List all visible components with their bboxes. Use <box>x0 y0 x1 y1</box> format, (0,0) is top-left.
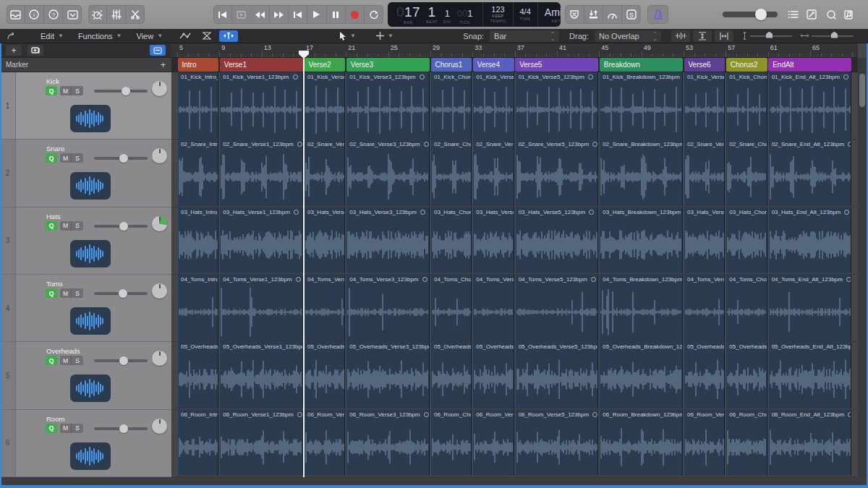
track-header-toms[interactable]: 4TomsQMS <box>0 275 171 342</box>
audio-region[interactable]: 06_Room_Verse3_123bpm <box>346 410 430 476</box>
cycle-icon[interactable] <box>365 5 383 24</box>
marker-breakdown[interactable]: Breakdown <box>600 58 683 72</box>
track-header-config-button[interactable] <box>150 45 166 56</box>
mute-button[interactable]: M <box>60 86 72 95</box>
audio-region[interactable]: 06_Room_Verse4_123bpm <box>472 410 514 476</box>
secondary-tool-menu[interactable]: ▼ <box>376 32 393 40</box>
audio-region[interactable]: 01_Kick_Intro_123bpm <box>177 72 218 139</box>
toolbar-icon[interactable] <box>63 5 82 24</box>
solo-icon[interactable]: S <box>622 5 641 24</box>
audio-region[interactable]: 06_Room_Verse1_123bpm <box>219 410 303 476</box>
track-header-room[interactable]: 6RoomQMS <box>0 410 171 477</box>
audio-region[interactable]: 04_Toms_Chorus1_123bpm <box>430 275 472 341</box>
marker-verse2[interactable]: Verse2 <box>305 58 346 72</box>
mute-button[interactable]: M <box>60 356 72 365</box>
playhead[interactable] <box>303 58 305 477</box>
audio-region[interactable]: 05_Overheads_Breakdown_123bpm <box>599 342 683 408</box>
marker-verse1[interactable]: Verse1 <box>220 58 303 72</box>
pointer-back-icon[interactable] <box>1 30 20 42</box>
track-name[interactable]: Kick <box>46 77 59 85</box>
solo-button[interactable]: S <box>72 288 83 298</box>
audio-region[interactable]: 03_Hats_Chorus1_123bpm <box>430 207 472 274</box>
audio-region[interactable]: 04_Toms_Verse6_123bpm <box>684 275 725 341</box>
track-volume-knob[interactable] <box>119 356 128 365</box>
audio-region[interactable]: 03_Hats_Verse5_123bpm <box>515 207 599 274</box>
audio-region[interactable]: 04_Toms_Verse4_123bpm <box>472 275 514 341</box>
bar-ruler[interactable]: 591317212529333741454953576165 <box>171 43 858 58</box>
audio-region[interactable]: 03_Hats_Verse6_123bpm <box>684 207 725 274</box>
quantize-button[interactable]: Q <box>46 86 57 95</box>
marker-verse5[interactable]: Verse5 <box>515 58 598 72</box>
note-pads-icon[interactable] <box>802 5 821 24</box>
audio-region[interactable]: 04_Toms_Verse3_123bpm <box>346 275 430 341</box>
mute-button[interactable]: M <box>60 288 72 298</box>
fast-forward-button[interactable] <box>270 5 289 24</box>
quantize-button[interactable]: Q <box>46 424 57 433</box>
autopunch-icon[interactable] <box>565 5 584 24</box>
audio-region[interactable]: 04_Toms_Verse5_123bpm <box>515 275 599 341</box>
audio-region[interactable]: 04_Toms_Verse2_123bpm <box>304 275 345 341</box>
track-volume-slider[interactable] <box>94 225 148 228</box>
track-header-overheads[interactable]: 5OverheadsQMS <box>0 342 171 409</box>
quantize-button[interactable]: Q <box>46 288 57 298</box>
audio-region[interactable]: 02_Snare_Verse3_123bpm <box>346 140 430 206</box>
audio-region[interactable]: 05_Overheads_Chorus2_123bpm <box>726 342 767 408</box>
audio-region[interactable]: 02_Snare_Intro_123bpm <box>177 140 218 206</box>
punch-icon[interactable] <box>584 5 603 24</box>
audio-region[interactable]: 06_Room_Chorus2_123bpm <box>726 410 767 476</box>
track-header-hats[interactable]: 3HatsQMS <box>0 207 171 275</box>
track-volume-slider[interactable] <box>94 359 148 362</box>
audio-region[interactable]: 02_Snare_Verse5_123bpm <box>515 140 599 206</box>
solo-button[interactable]: S <box>72 86 83 95</box>
audio-region[interactable]: 06_Room_Verse5_123bpm <box>515 410 599 476</box>
audio-region[interactable]: 01_Kick_Verse5_123bpm <box>515 72 599 139</box>
tuner-icon[interactable] <box>603 5 622 24</box>
drag-dropdown[interactable]: No Overlap ⌃⌄ <box>595 30 661 42</box>
vertical-auto-zoom-icon[interactable] <box>693 30 712 42</box>
apple-loops-icon[interactable] <box>822 5 841 24</box>
mute-button[interactable]: M <box>60 221 72 231</box>
audio-region[interactable]: 03_Hats_End_Alt_123bpm <box>768 207 852 274</box>
audio-region[interactable]: 02_Snare_Verse2_123bpm <box>304 140 345 206</box>
mute-button[interactable]: M <box>60 424 72 433</box>
metronome-icon[interactable] <box>647 5 669 24</box>
master-volume-slider[interactable] <box>723 12 778 17</box>
audio-region[interactable]: 05_Overheads_Intro_123bpm <box>177 342 218 408</box>
solo-button[interactable]: S <box>72 153 83 163</box>
pan-knob[interactable] <box>152 216 167 231</box>
horizontal-zoom-thumb[interactable] <box>831 32 838 38</box>
play-button[interactable] <box>307 5 326 24</box>
audio-region[interactable]: 01_Kick_Chorus1_123bpm <box>430 72 472 139</box>
audio-region[interactable]: 03_Hats_Breakdown_123bpm <box>599 207 683 274</box>
audio-region[interactable]: 03_Hats_Intro_123bpm <box>177 207 218 274</box>
audio-region[interactable]: 04_Toms_Intro_123bpm <box>177 275 218 341</box>
audio-region[interactable]: 02_Snare_Chorus2_123bpm <box>726 140 767 206</box>
audio-region[interactable]: 03_Hats_Verse4_123bpm <box>472 207 514 274</box>
pan-knob[interactable] <box>152 81 167 96</box>
audio-region[interactable]: 05_Overheads_Verse1_123bpm <box>219 342 303 408</box>
track-volume-slider[interactable] <box>94 292 148 295</box>
audio-region[interactable]: 04_Toms_Breakdown_123bpm <box>599 275 683 341</box>
audio-region[interactable]: 01_Kick_Verse3_123bpm <box>346 72 430 139</box>
mixer-icon[interactable] <box>107 5 126 24</box>
audio-region[interactable]: 02_Snare_Breakdown_123bpm <box>599 140 683 206</box>
editors-icon[interactable] <box>126 5 145 24</box>
track-volume-knob[interactable] <box>119 289 127 298</box>
audio-region[interactable]: 02_Snare_End_Alt_123bpm <box>768 140 852 206</box>
pan-knob[interactable] <box>152 351 167 366</box>
audio-region[interactable]: 01_Kick_Verse4_123bpm <box>472 72 514 139</box>
track-name[interactable]: Snare <box>46 145 64 153</box>
audio-region[interactable]: 04_Toms_End_Alt_123bpm <box>768 275 852 341</box>
audio-region[interactable]: 05_Overheads_End_Alt_123bpm <box>768 342 852 408</box>
vertical-zoom-slider[interactable] <box>750 35 792 37</box>
scrollbar-thumb[interactable] <box>859 74 865 107</box>
solo-button[interactable]: S <box>72 424 83 433</box>
audio-region[interactable]: 05_Overheads_Chorus1_123bpm <box>430 342 472 408</box>
track-volume-knob[interactable] <box>122 87 130 95</box>
vertical-scrollbar[interactable] <box>858 58 867 486</box>
track-volume-slider[interactable] <box>94 90 148 93</box>
solo-button[interactable]: S <box>72 221 83 231</box>
record-button[interactable] <box>346 5 365 24</box>
audio-region[interactable]: 05_Overheads_Verse2_123bpm <box>304 342 345 408</box>
audio-region[interactable]: 01_Kick_Chorus2_123bpm <box>726 72 767 139</box>
